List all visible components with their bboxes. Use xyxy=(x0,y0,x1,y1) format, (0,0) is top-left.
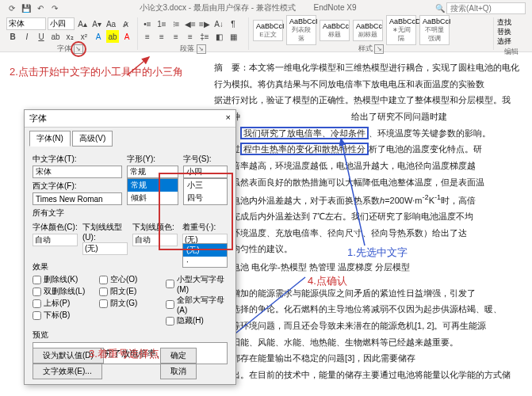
chk-scaps[interactable]: 小型大写字母(M) xyxy=(166,274,228,294)
style-item[interactable]: AaBbCc副标题 xyxy=(353,20,383,41)
cn-font-label: 中文字体(T): xyxy=(33,154,122,165)
tab-font[interactable]: 字体(N) xyxy=(29,131,71,147)
align-right-icon[interactable]: ≡ xyxy=(170,30,182,43)
selected-text: 我们研究了放电倍率、冷却条件 xyxy=(240,127,369,139)
style-list[interactable]: 常规 倾斜 加粗 xyxy=(127,178,178,205)
line-spacing-icon[interactable]: ‡≡ xyxy=(198,30,211,43)
italic-icon[interactable]: I xyxy=(21,30,33,43)
find-button[interactable]: 查找 xyxy=(497,17,526,27)
selected-text-2: 程中生热率的变化和散热特性分 xyxy=(240,143,369,155)
highlight-icon[interactable]: ab xyxy=(106,30,119,43)
style-label: 字形(Y): xyxy=(127,154,178,165)
chk-dstrike[interactable]: 双删除线(L) xyxy=(33,286,94,297)
shrink-font-icon[interactable]: A▾ xyxy=(90,17,103,30)
font-size-dropdown[interactable]: 小四 xyxy=(48,17,75,30)
title-bar: ⟳ 💾 ↶ ↷ 小论文3.docx - 最后由用户保存 - 兼容性模式 EndN… xyxy=(0,0,532,16)
sort-icon[interactable]: A↓ xyxy=(212,17,225,30)
chk-hidden[interactable]: 隐藏(H) xyxy=(166,315,228,326)
edit-group-label: 编辑 xyxy=(497,47,526,57)
style-item[interactable]: AaBbCcI列表段落 xyxy=(286,15,316,45)
size-label: 字号(S): xyxy=(183,154,228,165)
ul-color-dropdown[interactable]: 自动 xyxy=(132,234,178,246)
annotation-4: 4.点确认 xyxy=(308,274,347,288)
endnote-tab[interactable]: EndNote X9 xyxy=(314,3,357,12)
style-group-label: 样式 xyxy=(358,44,373,52)
subscript-icon[interactable]: x₂ xyxy=(63,30,76,43)
underline-dropdown[interactable]: (无) xyxy=(82,242,128,255)
search-icon: 🔍 xyxy=(435,4,445,13)
ribbon: 宋体 小四 A▴ A▾ Aa A̷ B I U ab x₂ x² A ab A … xyxy=(0,16,532,52)
multilevel-icon[interactable]: ⁝≡ xyxy=(170,17,182,30)
autosave-icon[interactable]: ⟳ xyxy=(6,2,17,13)
text-effects-icon[interactable]: A xyxy=(92,30,105,43)
align-left-icon[interactable]: ≡ xyxy=(141,30,154,43)
borders-icon[interactable]: ▦ xyxy=(227,30,239,43)
style-item[interactable]: AaBbCcD∗无间隔 xyxy=(386,15,416,45)
save-status: 最后由用户保存 xyxy=(193,3,249,12)
numbering-icon[interactable]: 1≡ xyxy=(155,17,168,30)
chk-engrave[interactable]: 阴文(G) xyxy=(99,298,161,309)
close-icon[interactable]: × xyxy=(226,112,231,124)
para-dialog-launcher[interactable]: ↘ xyxy=(197,44,206,54)
show-marks-icon[interactable]: ¶ xyxy=(227,17,239,30)
font-color-icon[interactable]: A xyxy=(121,30,133,43)
underline-icon[interactable]: U xyxy=(35,30,48,43)
en-font-input[interactable] xyxy=(33,192,122,205)
select-button[interactable]: 选择 xyxy=(497,36,526,46)
style-item[interactable]: AaBbCcI不明显强调 xyxy=(419,15,450,45)
strike-icon[interactable]: ab xyxy=(49,30,62,43)
style-item[interactable]: AaBbCc标题 xyxy=(320,20,350,41)
preview-label: 预览 xyxy=(33,329,228,341)
bullets-icon[interactable]: •≡ xyxy=(141,17,154,30)
size-input[interactable] xyxy=(183,166,228,178)
style-item[interactable]: AaBbCcIE正文 xyxy=(253,20,283,41)
search-input[interactable] xyxy=(446,2,526,14)
size-list[interactable]: 小三 四号 小四 xyxy=(183,178,228,205)
document-body[interactable]: 摘 要：本文将一维电化学模型和三维热模型进行耦合，实现了圆柱电池的电化 行为模拟… xyxy=(214,60,526,390)
annotation-1: 1.先选中文字 xyxy=(347,246,408,260)
para-group-label: 段落 xyxy=(180,44,194,52)
grow-font-icon[interactable]: A▴ xyxy=(76,17,89,30)
chk-strike[interactable]: 删除线(K) xyxy=(33,274,94,285)
indent-right-icon[interactable]: ≡▶ xyxy=(198,17,211,30)
font-dialog: 字体 × 字体(N) 高级(V) 中文字体(T): 西文字体(F): 字形(Y)… xyxy=(24,109,236,385)
undo-icon[interactable]: ↶ xyxy=(35,2,46,13)
chk-sup[interactable]: 上标(P) xyxy=(33,298,94,309)
style-input[interactable] xyxy=(127,166,178,178)
clear-format-icon[interactable]: A̷ xyxy=(119,17,132,30)
compat-mode: 兼容性模式 xyxy=(256,3,296,12)
replace-button[interactable]: 替换 xyxy=(497,27,526,36)
font-color-dropdown[interactable]: 自动 xyxy=(33,234,78,246)
all-text-label: 所有文字 xyxy=(33,208,228,219)
chk-outline[interactable]: 空心(O) xyxy=(99,274,161,285)
align-center-icon[interactable]: ≡ xyxy=(155,30,168,43)
text-effects-button[interactable]: 文字效果(E)... xyxy=(33,364,102,379)
tab-advanced[interactable]: 高级(V) xyxy=(72,131,113,147)
font-dialog-launcher[interactable]: ↘ xyxy=(74,44,83,54)
en-font-label: 西文字体(F): xyxy=(33,181,122,192)
emphasis-label: 着重号(·): xyxy=(182,222,228,233)
cancel-button[interactable]: 取消 xyxy=(160,364,197,379)
justify-icon[interactable]: ≡ xyxy=(184,30,197,43)
redo-icon[interactable]: ↷ xyxy=(49,2,60,13)
shading-icon[interactable]: ◧ xyxy=(212,30,225,43)
save-icon[interactable]: 💾 xyxy=(21,2,32,13)
annotation-2: 2.点击开始中文字的小工具中的小三角 xyxy=(10,65,183,79)
font-name-dropdown[interactable]: 宋体 xyxy=(6,17,46,30)
chk-emboss[interactable]: 阳文(E) xyxy=(99,286,161,297)
chk-caps[interactable]: 全部大写字母(A) xyxy=(166,295,228,314)
cn-font-input[interactable] xyxy=(33,166,122,178)
font-group-label: 字体 xyxy=(57,44,71,52)
bold-icon[interactable]: B xyxy=(6,30,19,43)
chk-sub[interactable]: 下标(B) xyxy=(33,310,94,321)
annotation-3: 3.着重号选择点 xyxy=(89,347,159,361)
dialog-title: 字体 xyxy=(29,112,47,124)
ok-button[interactable]: 确定 xyxy=(160,348,197,364)
style-dialog-launcher[interactable]: ↘ xyxy=(374,44,384,54)
indent-left-icon[interactable]: ◀≡ xyxy=(184,17,197,30)
doc-title: 小论文3.docx xyxy=(140,3,186,12)
emphasis-list[interactable]: (无) · xyxy=(182,243,228,268)
change-case-icon[interactable]: Aa xyxy=(105,17,117,30)
